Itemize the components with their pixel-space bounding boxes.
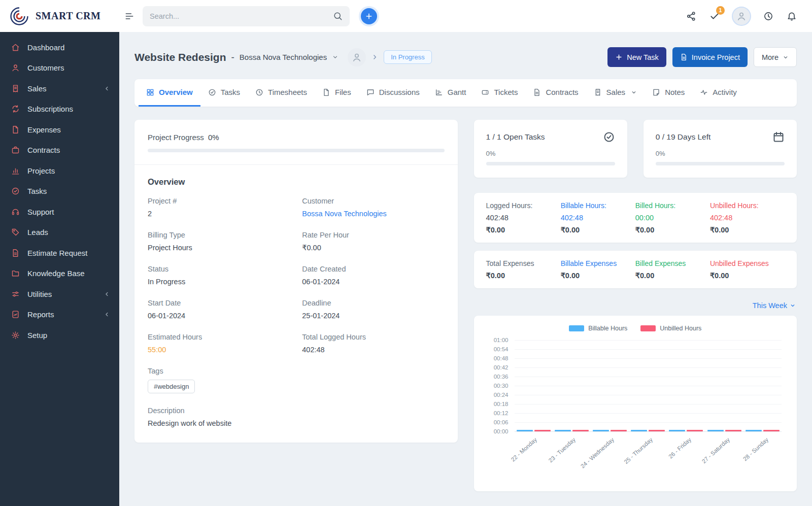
legend-unbilled-hours[interactable]: Unbilled Hours (640, 325, 701, 332)
tab-contracts[interactable]: Contracts (525, 79, 586, 107)
cell-time: 402:48 (561, 214, 635, 222)
tab-discussions[interactable]: Discussions (359, 79, 427, 107)
search-box[interactable] (143, 6, 350, 26)
share-icon (686, 11, 696, 21)
folder-icon (11, 269, 20, 278)
sidebar-item-reports[interactable]: Reports (0, 305, 119, 325)
sidebar-item-subscriptions[interactable]: Subscriptions (0, 99, 119, 120)
cell-amount: ₹0.00 (710, 272, 785, 280)
field-value: Project Hours (148, 244, 290, 252)
tag-chip[interactable]: #webdesign (148, 380, 195, 393)
plus-icon (615, 53, 623, 61)
hours-summary-card: Logged Hours: 402:48 ₹0.00 Billable Hour… (474, 193, 797, 243)
total-expenses-cell: Total Expenses ₹0.00 (486, 259, 561, 280)
todo-check-button[interactable]: 1 (709, 11, 720, 21)
project-tabs: Overview Tasks Timesheets Files Discussi… (134, 79, 797, 107)
tab-gantt[interactable]: Gantt (427, 79, 474, 107)
tab-timesheets[interactable]: Timesheets (248, 79, 315, 107)
sidebar-item-knowledge-base[interactable]: Knowledge Base (0, 263, 119, 284)
tab-notes[interactable]: Notes (645, 79, 692, 107)
invoice-icon (680, 53, 688, 61)
field-description: Description Redesign work of website (148, 407, 445, 427)
cell-label: Billable Expenses (561, 259, 635, 267)
week-filter[interactable]: This Week (753, 301, 796, 310)
billable-expenses-cell: Billable Expenses ₹0.00 (561, 259, 635, 280)
search-input[interactable] (150, 12, 333, 20)
invoice-project-button[interactable]: Invoice Project (672, 47, 748, 67)
field-label: Date Created (302, 265, 444, 273)
sidebar-item-sales[interactable]: Sales (0, 78, 119, 99)
project-title: Website Redesign (134, 51, 226, 63)
cell-time: 402:48 (710, 214, 785, 222)
new-task-button[interactable]: New Task (607, 47, 666, 67)
bell-icon (787, 11, 797, 21)
field-tags: Tags #webdesign (148, 367, 445, 393)
history-button[interactable] (763, 11, 773, 21)
sidebar-item-label: Knowledge Base (27, 269, 85, 278)
tab-activity[interactable]: Activity (692, 79, 745, 107)
cell-time: 402:48 (486, 214, 561, 222)
tab-files[interactable]: Files (315, 79, 359, 107)
sidebar-item-label: Projects (27, 166, 55, 175)
field-label: Status (148, 265, 290, 273)
field-value: 06-01-2024 (302, 278, 444, 286)
tab-overview[interactable]: Overview (139, 79, 200, 107)
cell-amount: ₹0.00 (486, 226, 561, 234)
assignee-avatar[interactable] (348, 48, 366, 66)
sidebar-item-setup[interactable]: Setup (0, 325, 119, 346)
notifications-button[interactable] (787, 11, 797, 21)
report-icon (11, 310, 20, 319)
legend-swatch (640, 325, 656, 331)
chevron-down-icon[interactable] (332, 54, 339, 60)
tab-tickets[interactable]: Tickets (473, 79, 525, 107)
legend-billable-hours[interactable]: Billable Hours (569, 325, 627, 332)
expenses-summary-card: Total Expenses ₹0.00 Billable Expenses ₹… (474, 251, 797, 288)
status-badge[interactable]: In Progress (384, 50, 431, 64)
file-icon (322, 88, 330, 96)
sidebar-toggle-button[interactable] (124, 11, 134, 21)
sidebar-item-contracts[interactable]: Contracts (0, 140, 119, 161)
overview-section-title: Overview (148, 177, 445, 187)
cell-amount: ₹0.00 (710, 226, 785, 234)
cell-label: Unbilled Expenses (710, 259, 785, 267)
document-icon (11, 249, 20, 257)
sidebar-item-expenses[interactable]: Expenses (0, 119, 119, 140)
cell-label: Billed Expenses (635, 259, 710, 267)
sidebar-item-label: Subscriptions (27, 105, 73, 113)
days-left-percent: 0% (656, 150, 785, 157)
field-start-date: Start Date 06-01-2024 (148, 299, 290, 320)
sidebar-item-label: Setup (27, 331, 47, 340)
user-avatar[interactable] (733, 8, 750, 25)
activity-icon (700, 88, 708, 96)
field-label: Estimated Hours (148, 333, 290, 341)
more-button[interactable]: More (754, 47, 797, 67)
field-rate-per-hour: Rate Per Hour ₹0.00 (302, 231, 444, 252)
tab-sales[interactable]: Sales (586, 79, 645, 107)
quick-add-button[interactable] (361, 8, 377, 24)
billable-hours-cell: Billable Hours: 402:48 ₹0.00 (561, 201, 635, 234)
search-icon[interactable] (333, 11, 343, 21)
tab-tasks[interactable]: Tasks (200, 79, 248, 107)
sidebar-item-label: Leads (27, 228, 48, 237)
sidebar-item-dashboard[interactable]: Dashboard (0, 37, 119, 58)
days-left-title: 0 / 19 Days Left (656, 132, 711, 142)
brand[interactable]: SMART CRM (0, 5, 119, 27)
sidebar-item-estimate-request[interactable]: Estimate Request (0, 243, 119, 263)
sidebar-item-tasks[interactable]: Tasks (0, 181, 119, 202)
notification-badge: 1 (716, 6, 725, 15)
chevron-left-icon (104, 291, 110, 297)
check-circle-icon (208, 88, 216, 96)
sidebar-item-projects[interactable]: Projects (0, 160, 119, 181)
field-label: Description (148, 407, 445, 415)
field-total-logged-hours: Total Logged Hours 402:48 (302, 333, 444, 354)
y-axis-tick: 00:30 (494, 383, 509, 389)
share-button[interactable] (686, 11, 696, 21)
customer-link[interactable]: Bossa Nova Technologies (302, 210, 444, 218)
sidebar-item-leads[interactable]: Leads (0, 222, 119, 243)
sidebar-item-support[interactable]: Support (0, 201, 119, 222)
clock-icon (763, 11, 773, 21)
field-status: Status In Progress (148, 265, 290, 286)
sidebar-item-customers[interactable]: Customers (0, 58, 119, 79)
sidebar-item-label: Utilities (27, 290, 52, 298)
sidebar-item-utilities[interactable]: Utilities (0, 284, 119, 305)
